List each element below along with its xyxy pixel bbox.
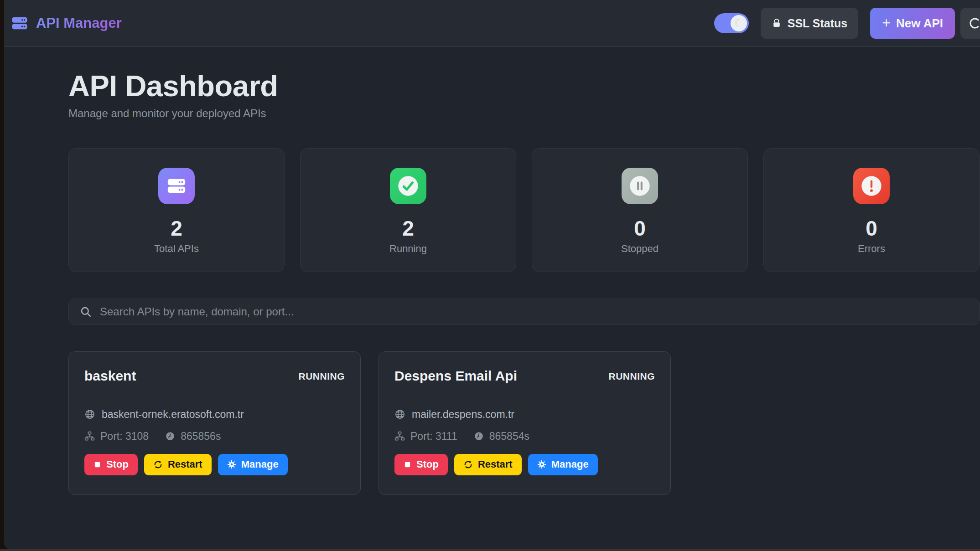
- api-uptime: 865854s: [489, 430, 529, 443]
- restart-icon: [153, 460, 163, 469]
- status-badge: RUNNING: [609, 371, 655, 382]
- manage-label: Manage: [551, 458, 589, 470]
- restart-label: Restart: [168, 458, 202, 470]
- stat-label: Running: [389, 243, 427, 255]
- search-input[interactable]: [100, 305, 969, 318]
- restart-icon: [463, 460, 473, 469]
- api-card-list: baskent RUNNING baskent-ornek.eratosoft.…: [68, 351, 980, 495]
- stat-value: 0: [634, 216, 646, 241]
- stat-card-running: 2 Running: [300, 148, 516, 272]
- stat-card-errors: 0 Errors: [763, 148, 980, 272]
- ssl-status-label: SSL Status: [788, 17, 848, 30]
- search-bar: [68, 299, 980, 325]
- gear-icon: [537, 460, 546, 469]
- clock-icon: [165, 431, 175, 441]
- api-domain: baskent-ornek.eratosoft.com.tr: [102, 408, 244, 421]
- page-subtitle: Manage and monitor your deployed APIs: [68, 107, 980, 120]
- stop-label: Stop: [106, 458, 129, 470]
- api-card-despens-email-api: Despens Email Api RUNNING mailer.despens…: [379, 351, 671, 495]
- desktop-background: API Manager ☾ SSL Status +: [0, 0, 980, 551]
- moon-icon: ☾: [734, 18, 743, 28]
- restart-button[interactable]: Restart: [144, 454, 212, 475]
- search-icon: [80, 306, 92, 318]
- status-badge: RUNNING: [299, 371, 345, 382]
- lock-icon: [772, 18, 782, 28]
- refresh-button-partial[interactable]: [960, 8, 980, 39]
- server-logo-icon: [10, 15, 30, 31]
- stop-label: Stop: [416, 458, 439, 470]
- manage-button[interactable]: Manage: [528, 454, 598, 475]
- api-name: Despens Email Api: [394, 368, 517, 384]
- stop-icon: [404, 461, 411, 469]
- theme-toggle[interactable]: ☾: [714, 13, 749, 33]
- api-domain: mailer.despens.com.tr: [412, 408, 514, 421]
- api-card-baskent: baskent RUNNING baskent-ornek.eratosoft.…: [68, 351, 361, 495]
- main-content: API Dashboard Manage and monitor your de…: [4, 70, 980, 495]
- domain-row: mailer.despens.com.tr: [394, 408, 655, 421]
- port-info: Port: 3111: [394, 430, 457, 443]
- stop-button[interactable]: Stop: [84, 454, 138, 475]
- stat-value: 2: [171, 216, 182, 241]
- plus-icon: +: [882, 15, 891, 30]
- stat-label: Errors: [858, 243, 885, 255]
- api-port: Port: 3111: [410, 430, 457, 443]
- manage-button[interactable]: Manage: [218, 454, 288, 475]
- globe-icon: [394, 409, 405, 420]
- stop-button[interactable]: Stop: [394, 454, 448, 475]
- stats-row: 2 Total APIs 2 Running: [68, 148, 980, 272]
- api-uptime: 865856s: [181, 430, 221, 443]
- stat-card-total-apis: 2 Total APIs: [68, 148, 285, 272]
- stat-label: Total APIs: [154, 243, 199, 255]
- api-card-header: Despens Email Api RUNNING: [394, 368, 655, 384]
- exclamation-circle-icon: [853, 168, 890, 204]
- server-icon: [158, 168, 195, 204]
- stat-card-stopped: 0 Stopped: [532, 148, 748, 272]
- network-icon: [84, 431, 95, 442]
- page-title: API Dashboard: [68, 70, 980, 103]
- api-card-header: baskent RUNNING: [84, 368, 345, 384]
- api-port: Port: 3108: [100, 430, 149, 443]
- uptime-info: 865854s: [474, 430, 529, 443]
- gear-icon: [227, 460, 236, 469]
- port-info: Port: 3108: [84, 430, 149, 443]
- new-api-label: New API: [896, 16, 943, 31]
- api-actions: Stop Restart: [84, 454, 345, 475]
- pause-circle-icon: [622, 168, 658, 204]
- stat-label: Stopped: [621, 243, 659, 255]
- network-icon: [394, 431, 405, 442]
- restart-label: Restart: [478, 458, 513, 470]
- uptime-info: 865856s: [165, 430, 221, 443]
- manage-label: Manage: [241, 458, 279, 470]
- stat-value: 2: [402, 216, 414, 241]
- stat-value: 0: [866, 216, 877, 241]
- api-name: baskent: [84, 368, 136, 384]
- restart-button[interactable]: Restart: [454, 454, 522, 475]
- api-actions: Stop Restart: [394, 454, 655, 475]
- meta-row: Port: 3111 865854s: [394, 430, 655, 443]
- globe-icon: [84, 409, 95, 420]
- brand-title: API Manager: [36, 15, 122, 31]
- stop-icon: [93, 461, 101, 469]
- toggle-knob: ☾: [731, 15, 747, 31]
- domain-row: baskent-ornek.eratosoft.com.tr: [84, 408, 345, 421]
- ssl-status-button[interactable]: SSL Status: [761, 8, 859, 39]
- navbar-actions: ☾ SSL Status + New API: [714, 8, 980, 39]
- brand: API Manager: [10, 15, 122, 31]
- app-window: API Manager ☾ SSL Status +: [4, 0, 980, 549]
- clock-icon: [474, 431, 484, 441]
- new-api-button[interactable]: + New API: [870, 8, 955, 39]
- navbar: API Manager ☾ SSL Status +: [4, 0, 980, 47]
- meta-row: Port: 3108 865856s: [84, 430, 345, 443]
- refresh-icon: [969, 17, 980, 30]
- check-circle-icon: [390, 168, 426, 204]
